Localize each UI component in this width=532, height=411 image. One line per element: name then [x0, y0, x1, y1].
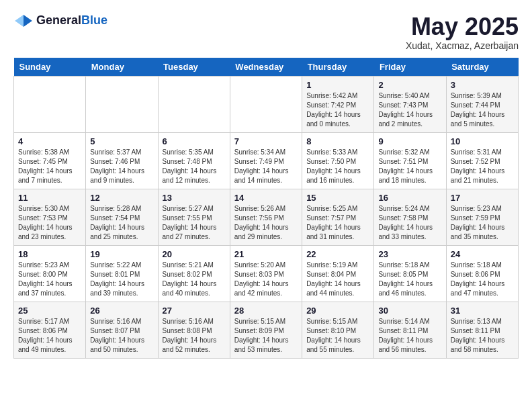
calendar-week-row: 25Sunrise: 5:17 AMSunset: 8:06 PMDayligh…	[14, 302, 519, 358]
day-number: 24	[451, 249, 514, 259]
calendar-cell: 5Sunrise: 5:37 AMSunset: 7:46 PMDaylight…	[86, 132, 158, 189]
day-detail: Sunrise: 5:21 AMSunset: 8:02 PMDaylight:…	[163, 261, 226, 298]
day-detail: Sunrise: 5:27 AMSunset: 7:55 PMDaylight:…	[163, 204, 226, 242]
day-detail: Sunrise: 5:19 AMSunset: 8:04 PMDaylight:…	[306, 261, 369, 298]
calendar-cell: 15Sunrise: 5:25 AMSunset: 7:57 PMDayligh…	[302, 189, 374, 245]
calendar-cell: 8Sunrise: 5:33 AMSunset: 7:50 PMDaylight…	[302, 132, 374, 189]
logo: GeneralBlue	[13, 13, 107, 27]
day-number: 31	[451, 306, 514, 316]
day-number: 27	[163, 306, 226, 316]
day-header-saturday: Saturday	[446, 58, 518, 77]
calendar-header-row: SundayMondayTuesdayWednesdayThursdayFrid…	[14, 58, 519, 77]
day-detail: Sunrise: 5:15 AMSunset: 8:09 PMDaylight:…	[234, 317, 298, 355]
day-header-tuesday: Tuesday	[158, 58, 230, 77]
day-number: 30	[378, 306, 441, 316]
day-number: 18	[18, 249, 81, 259]
day-detail: Sunrise: 5:38 AMSunset: 7:45 PMDaylight:…	[18, 148, 81, 185]
calendar-cell: 10Sunrise: 5:31 AMSunset: 7:52 PMDayligh…	[446, 132, 518, 189]
day-number: 6	[163, 136, 226, 146]
day-detail: Sunrise: 5:34 AMSunset: 7:49 PMDaylight:…	[234, 148, 298, 185]
calendar-cell	[158, 76, 230, 132]
calendar-cell: 16Sunrise: 5:24 AMSunset: 7:58 PMDayligh…	[374, 189, 446, 245]
calendar-cell: 6Sunrise: 5:35 AMSunset: 7:48 PMDaylight…	[158, 132, 230, 189]
day-detail: Sunrise: 5:23 AMSunset: 8:00 PMDaylight:…	[18, 261, 81, 298]
day-detail: Sunrise: 5:25 AMSunset: 7:57 PMDaylight:…	[306, 204, 369, 242]
day-detail: Sunrise: 5:28 AMSunset: 7:54 PMDaylight:…	[90, 204, 153, 242]
calendar-cell: 4Sunrise: 5:38 AMSunset: 7:45 PMDaylight…	[14, 132, 86, 189]
day-number: 23	[378, 249, 441, 259]
day-detail: Sunrise: 5:30 AMSunset: 7:53 PMDaylight:…	[18, 204, 81, 242]
logo-blue: Blue	[81, 13, 107, 27]
day-header-wednesday: Wednesday	[230, 58, 302, 77]
day-number: 9	[378, 136, 441, 146]
calendar-cell: 21Sunrise: 5:20 AMSunset: 8:03 PMDayligh…	[230, 245, 302, 302]
location: Xudat, Xacmaz, Azerbaijan	[406, 40, 519, 51]
calendar-cell: 2Sunrise: 5:40 AMSunset: 7:43 PMDaylight…	[374, 76, 446, 132]
day-detail: Sunrise: 5:17 AMSunset: 8:06 PMDaylight:…	[18, 317, 81, 355]
svg-marker-1	[15, 15, 24, 27]
day-detail: Sunrise: 5:22 AMSunset: 8:01 PMDaylight:…	[90, 261, 153, 298]
logo-general: General	[36, 13, 81, 27]
day-number: 12	[90, 193, 153, 203]
calendar-table: SundayMondayTuesdayWednesdayThursdayFrid…	[13, 58, 519, 359]
day-detail: Sunrise: 5:23 AMSunset: 7:59 PMDaylight:…	[451, 204, 514, 242]
day-number: 5	[90, 136, 153, 146]
day-number: 26	[90, 306, 153, 316]
day-header-monday: Monday	[86, 58, 158, 77]
calendar-cell: 18Sunrise: 5:23 AMSunset: 8:00 PMDayligh…	[14, 245, 86, 302]
day-number: 13	[163, 193, 226, 203]
day-detail: Sunrise: 5:40 AMSunset: 7:43 PMDaylight:…	[378, 91, 441, 129]
day-number: 17	[451, 193, 514, 203]
calendar-week-row: 4Sunrise: 5:38 AMSunset: 7:45 PMDaylight…	[14, 132, 519, 189]
calendar-cell: 23Sunrise: 5:18 AMSunset: 8:05 PMDayligh…	[374, 245, 446, 302]
day-number: 16	[378, 193, 441, 203]
day-number: 21	[234, 249, 298, 259]
day-number: 25	[18, 306, 81, 316]
calendar-cell	[230, 76, 302, 132]
calendar-cell: 20Sunrise: 5:21 AMSunset: 8:02 PMDayligh…	[158, 245, 230, 302]
calendar-week-row: 18Sunrise: 5:23 AMSunset: 8:00 PMDayligh…	[14, 245, 519, 302]
day-number: 20	[163, 249, 226, 259]
calendar-cell: 24Sunrise: 5:18 AMSunset: 8:06 PMDayligh…	[446, 245, 518, 302]
calendar-cell: 27Sunrise: 5:16 AMSunset: 8:08 PMDayligh…	[158, 302, 230, 358]
day-detail: Sunrise: 5:35 AMSunset: 7:48 PMDaylight:…	[163, 148, 226, 185]
day-detail: Sunrise: 5:16 AMSunset: 8:08 PMDaylight:…	[163, 317, 226, 355]
day-detail: Sunrise: 5:32 AMSunset: 7:51 PMDaylight:…	[378, 148, 441, 185]
calendar-cell: 9Sunrise: 5:32 AMSunset: 7:51 PMDaylight…	[374, 132, 446, 189]
day-number: 19	[90, 249, 153, 259]
day-detail: Sunrise: 5:14 AMSunset: 8:11 PMDaylight:…	[378, 317, 441, 355]
calendar-cell: 7Sunrise: 5:34 AMSunset: 7:49 PMDaylight…	[230, 132, 302, 189]
day-number: 1	[306, 80, 369, 90]
calendar-cell: 22Sunrise: 5:19 AMSunset: 8:04 PMDayligh…	[302, 245, 374, 302]
calendar-week-row: 11Sunrise: 5:30 AMSunset: 7:53 PMDayligh…	[14, 189, 519, 245]
logo-icon	[13, 15, 34, 27]
calendar-cell: 29Sunrise: 5:15 AMSunset: 8:10 PMDayligh…	[302, 302, 374, 358]
day-detail: Sunrise: 5:13 AMSunset: 8:11 PMDaylight:…	[451, 317, 514, 355]
calendar-cell	[86, 76, 158, 132]
day-header-friday: Friday	[374, 58, 446, 77]
day-detail: Sunrise: 5:31 AMSunset: 7:52 PMDaylight:…	[451, 148, 514, 185]
day-detail: Sunrise: 5:26 AMSunset: 7:56 PMDaylight:…	[234, 204, 298, 242]
calendar-cell	[14, 76, 86, 132]
day-number: 3	[451, 80, 514, 90]
svg-marker-0	[24, 15, 32, 27]
day-number: 14	[234, 193, 298, 203]
day-detail: Sunrise: 5:20 AMSunset: 8:03 PMDaylight:…	[234, 261, 298, 298]
calendar-cell: 14Sunrise: 5:26 AMSunset: 7:56 PMDayligh…	[230, 189, 302, 245]
day-detail: Sunrise: 5:39 AMSunset: 7:44 PMDaylight:…	[451, 91, 514, 129]
calendar-cell: 1Sunrise: 5:42 AMSunset: 7:42 PMDaylight…	[302, 76, 374, 132]
title-block: May 2025 Xudat, Xacmaz, Azerbaijan	[406, 13, 519, 51]
day-number: 11	[18, 193, 81, 203]
page-header: GeneralBlue May 2025 Xudat, Xacmaz, Azer…	[13, 13, 519, 51]
day-number: 10	[451, 136, 514, 146]
day-detail: Sunrise: 5:42 AMSunset: 7:42 PMDaylight:…	[306, 91, 369, 129]
day-detail: Sunrise: 5:18 AMSunset: 8:06 PMDaylight:…	[451, 261, 514, 298]
day-detail: Sunrise: 5:33 AMSunset: 7:50 PMDaylight:…	[306, 148, 369, 185]
day-header-sunday: Sunday	[14, 58, 86, 77]
day-detail: Sunrise: 5:15 AMSunset: 8:10 PMDaylight:…	[306, 317, 369, 355]
day-number: 4	[18, 136, 81, 146]
day-detail: Sunrise: 5:18 AMSunset: 8:05 PMDaylight:…	[378, 261, 441, 298]
calendar-week-row: 1Sunrise: 5:42 AMSunset: 7:42 PMDaylight…	[14, 76, 519, 132]
calendar-cell: 12Sunrise: 5:28 AMSunset: 7:54 PMDayligh…	[86, 189, 158, 245]
calendar-cell: 17Sunrise: 5:23 AMSunset: 7:59 PMDayligh…	[446, 189, 518, 245]
